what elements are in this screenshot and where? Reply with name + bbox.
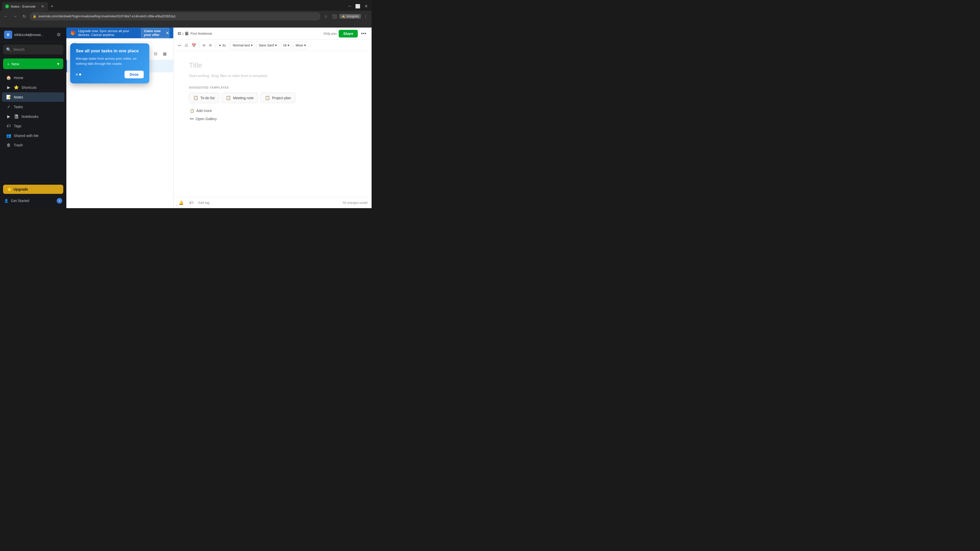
tags-icon: 🏷 (6, 124, 11, 128)
suggested-templates-header: SUGGESTED TEMPLATES (189, 86, 356, 89)
normal-text-arrow: ▾ (251, 43, 253, 47)
sidebar-nav: 🏠 Home ▶ ⭐ Shortcuts 📝 Notes ✓ Tasks ▶ 📓… (0, 72, 66, 182)
more-arrow: ▾ (304, 43, 306, 47)
new-button[interactable]: + New ▾ (3, 59, 63, 69)
sidebar-item-trash[interactable]: 🗑 Trash (2, 141, 64, 150)
sidebar-item-notebooks[interactable]: ▶ 📓 Notebooks (2, 112, 64, 121)
share-button[interactable]: Share (339, 30, 358, 38)
tab-title: Notes - Evernote (11, 5, 36, 8)
search-bar[interactable]: 🔍 Search (3, 44, 63, 54)
shared-icon: 👥 (6, 133, 11, 138)
normal-text-label: Normal text (233, 43, 250, 47)
sidebar-item-tasks[interactable]: ✓ Tasks (2, 102, 64, 111)
sidebar-item-tags[interactable]: 🏷 Tags (2, 121, 64, 130)
trash-icon: 🗑 (6, 143, 11, 148)
active-tab[interactable]: E Notes - Evernote ✕ (2, 2, 48, 11)
bell-button[interactable]: 🔔 (178, 199, 185, 206)
sidebar-item-label-tasks: Tasks (14, 105, 23, 109)
editor-more-button[interactable]: ••• (360, 30, 368, 38)
notebook-icon: 📓 (185, 32, 189, 35)
notebooks-icon: 📓 (14, 114, 19, 119)
task-icon: ☑ (185, 43, 188, 48)
sidebar-item-shared[interactable]: 👥 Shared with Me (2, 131, 64, 140)
task-button[interactable]: ☑ (183, 41, 189, 49)
sidebar-item-label-home: Home (14, 76, 23, 80)
ai-button[interactable]: ✦ AI (217, 41, 227, 49)
settings-button[interactable]: ⚙ (55, 31, 62, 38)
chrome-menu-button[interactable]: ⋮ (362, 13, 369, 20)
open-gallery-item[interactable]: ••• Open Gallery (189, 115, 356, 123)
notebooks-expand-icon: ▶ (6, 114, 11, 119)
sidebar-item-home[interactable]: 🏠 Home (2, 73, 64, 83)
sidebar-item-label-notebooks: Notebooks (21, 114, 38, 119)
editor-title-placeholder: Title (189, 61, 356, 69)
tooltip-body: Manage tasks from across your notes, so … (76, 56, 144, 66)
template-meeting-label: Meeting note (233, 96, 254, 100)
notebook-breadcrumb[interactable]: 🖼 | 📓 First Notebook (178, 32, 212, 35)
sidebar-header: B b93b1c4d@mood... ⚙ (0, 27, 66, 42)
history-back-button[interactable]: ⟲ (201, 41, 207, 49)
sidebar-footer: ⭐ Upgrade 👤 Get Started 7 (0, 182, 66, 208)
calendar-button[interactable]: 📅 (190, 41, 197, 49)
get-started-badge: 7 (57, 198, 62, 203)
tab-close-button[interactable]: ✕ (40, 4, 45, 9)
more-dropdown[interactable]: More ▾ (293, 41, 308, 49)
maximize-button[interactable]: ⬜ (354, 3, 361, 10)
shortcuts-expand-icon: ▶ (6, 85, 11, 90)
sidebar-item-shortcuts[interactable]: ▶ ⭐ Shortcuts (2, 83, 64, 92)
notes-view-button[interactable]: ▦ (161, 50, 168, 57)
history-fwd-button[interactable]: ⟳ (207, 41, 213, 49)
editor-top-actions: Only you Share ••• (324, 30, 368, 38)
tooltip-done-button[interactable]: Done (124, 71, 144, 78)
incognito-icon: 🕵 (342, 14, 345, 18)
add-more-item[interactable]: 📋 Add more (189, 106, 356, 115)
tab-bar: E Notes - Evernote ✕ + ─ ⬜ ✕ (0, 0, 372, 11)
new-tab-button[interactable]: + (48, 3, 56, 10)
tooltip-dots (76, 73, 81, 76)
refresh-button[interactable]: ↻ (21, 13, 28, 20)
banner-close-button[interactable]: ✕ (164, 30, 170, 36)
normal-text-dropdown[interactable]: Normal text ▾ (231, 41, 255, 49)
get-started-label: Get Started (11, 199, 29, 203)
calendar-icon: 📅 (192, 43, 196, 48)
upgrade-button[interactable]: ⭐ Upgrade (3, 185, 63, 194)
tooltip-popup: See all your tasks in one place Manage t… (70, 43, 149, 83)
address-bar[interactable]: 🔒 evernote.com/client/web?login=true&new… (30, 12, 321, 21)
upgrade-label: Upgrade (14, 187, 28, 191)
add-tag-label[interactable]: Add tag (198, 201, 210, 205)
open-gallery-label: Open Gallery (196, 117, 217, 121)
new-button-arrow: ▾ (57, 62, 59, 66)
ai-label: AI (222, 43, 226, 48)
editor-body[interactable]: Title Start writing, drag files or start… (173, 51, 372, 197)
get-started-item[interactable]: 👤 Get Started 7 (3, 196, 63, 206)
undo-button[interactable]: ↩ (177, 41, 183, 49)
extensions-button[interactable]: ⬛ (331, 13, 339, 20)
window-close-button[interactable]: ✕ (363, 3, 369, 10)
template-todo[interactable]: 📋 To-do list (189, 93, 219, 103)
back-button[interactable]: ← (2, 13, 10, 20)
notes-filter-button[interactable]: ⊟ (152, 50, 159, 57)
font-dropdown[interactable]: Sans Serif ▾ (256, 41, 279, 49)
shortcuts-icon: ⭐ (14, 85, 19, 90)
sidebar-item-notes[interactable]: 📝 Notes (2, 92, 64, 102)
tag-add-button[interactable]: 🏷 (188, 199, 195, 206)
bookmark-button[interactable]: ☆ (322, 13, 330, 20)
thumbnail-icon: 🖼 (178, 32, 181, 35)
incognito-label: Incognito (346, 14, 359, 18)
home-icon: 🏠 (6, 75, 11, 80)
font-size-dropdown[interactable]: 16 ▾ (281, 41, 292, 49)
incognito-profile[interactable]: 🕵 Incognito (339, 14, 361, 19)
minimize-button[interactable]: ─ (346, 3, 353, 10)
forward-button[interactable]: → (11, 13, 19, 20)
tag-icon: 🏷 (189, 200, 193, 205)
app-container: B b93b1c4d@mood... ⚙ 🔍 Search + New ▾ 🏠 … (0, 27, 372, 208)
font-size-arrow: ▾ (288, 43, 290, 47)
font-size-label: 16 (283, 43, 286, 47)
saved-status: All changes saved (343, 201, 368, 205)
template-meeting[interactable]: 📋 Meeting note (221, 93, 258, 103)
sidebar-item-label-tags: Tags (14, 124, 21, 128)
tooltip-dot-2 (79, 73, 81, 76)
template-project-label: Project plan (272, 96, 291, 100)
template-project[interactable]: 📋 Project plan (261, 93, 295, 103)
formatting-toolbar: ↩ ☑ 📅 ⟲ ⟳ ✦ AI (173, 40, 372, 51)
